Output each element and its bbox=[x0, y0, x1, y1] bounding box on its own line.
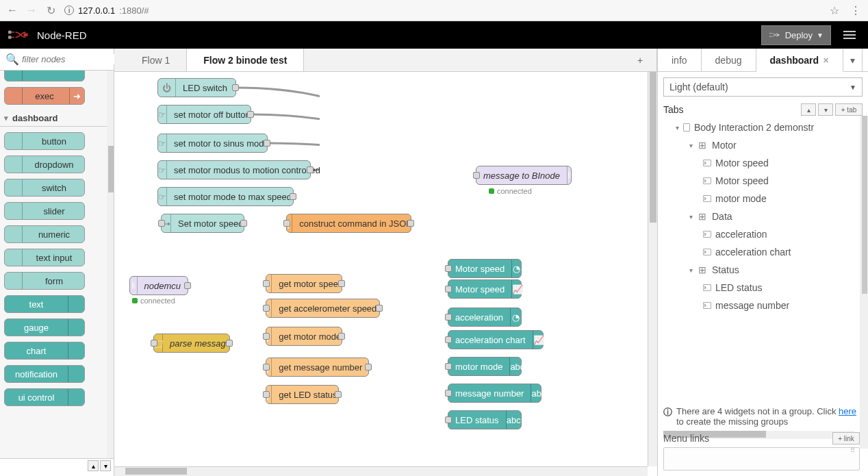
palette-node-slider[interactable]: slider bbox=[4, 202, 85, 220]
add-link-button[interactable]: + link bbox=[832, 432, 860, 444]
theme-select[interactable]: Light (default)▼ bbox=[663, 77, 863, 97]
deploy-button[interactable]: Deploy ▼ bbox=[761, 25, 831, 45]
canvas-vscroll[interactable] bbox=[648, 72, 657, 466]
svg-rect-3 bbox=[776, 34, 779, 36]
info-icon[interactable]: i bbox=[64, 5, 74, 15]
node-out-motorspeed2[interactable]: Motor speed📈 bbox=[448, 279, 522, 299]
tree-group-data[interactable]: ▾⊞Data bbox=[666, 208, 863, 225]
tree-widget[interactable]: message number bbox=[666, 297, 863, 314]
tree-widget[interactable]: Motor speed bbox=[666, 172, 863, 190]
node-message-binode[interactable]: message to BInode⦀ bbox=[476, 166, 572, 185]
node-parse-message[interactable]: ⬚parse message bbox=[153, 334, 230, 353]
tree-widget[interactable]: acceleration chart bbox=[666, 243, 863, 261]
collapse-all-button[interactable]: ▾ bbox=[818, 103, 833, 116]
tab-dashboard[interactable]: dashboard✕ bbox=[756, 49, 844, 72]
node-get-led[interactable]: ƒget LED status bbox=[266, 385, 339, 404]
node-type-icon bbox=[68, 296, 84, 312]
node-nodemcu[interactable]: ⦀nodemcu bbox=[129, 276, 188, 295]
node-get-speed[interactable]: ƒget motor speed bbox=[266, 274, 342, 293]
node-out-motorspeed1[interactable]: Motor speed◔ bbox=[448, 259, 522, 278]
palette-node-ui-control[interactable]: ui control bbox=[4, 388, 85, 406]
node-status-binode: connected bbox=[489, 187, 532, 195]
palette-node-text[interactable]: text bbox=[4, 295, 85, 313]
node-motor-off[interactable]: ☞set motor off button bbox=[157, 105, 251, 124]
switch-icon: ⏻ bbox=[158, 79, 176, 97]
search-icon: 🔍 bbox=[5, 53, 19, 66]
text-icon: abc bbox=[509, 358, 524, 375]
grid-icon: ⊞ bbox=[697, 211, 708, 222]
node-out-accelchart[interactable]: acceleration chart📈 bbox=[448, 330, 544, 349]
browser-toolbar: ← → ↻ i 127.0.0.1:1880/# ☆ ⋮ bbox=[0, 0, 868, 21]
palette-node-text-input[interactable]: text input bbox=[4, 249, 85, 266]
tab-flow1[interactable]: Flow 1 bbox=[125, 49, 187, 71]
palette-node-chart[interactable]: chart bbox=[4, 342, 85, 360]
expand-all-button[interactable]: ▴ bbox=[801, 103, 816, 116]
star-icon[interactable]: ☆ bbox=[830, 4, 839, 17]
tree-widget[interactable]: motor mode bbox=[666, 190, 863, 208]
node-get-accel[interactable]: ƒget accelerometer speed bbox=[266, 299, 380, 318]
palette-node-numeric[interactable]: numeric bbox=[4, 225, 85, 243]
widget-icon bbox=[703, 177, 711, 184]
node-set-speed[interactable]: ⊶Set motor speed bbox=[161, 214, 244, 233]
kebab-icon[interactable]: ⋮ bbox=[850, 4, 861, 17]
node-out-mode[interactable]: motor modeabc bbox=[448, 357, 522, 376]
node-get-mode[interactable]: ƒget motor mode bbox=[266, 327, 342, 346]
tab-debug[interactable]: debug bbox=[702, 49, 756, 71]
palette-footer: ▴ ▾ bbox=[0, 458, 114, 476]
resize-grip-icon[interactable]: ⠿ bbox=[850, 447, 856, 454]
node-construct-json[interactable]: ƒconstruct command in JSON bbox=[286, 214, 411, 233]
node-type-icon bbox=[68, 389, 84, 405]
palette-category-dashboard[interactable]: dashboard bbox=[0, 110, 114, 127]
forward-icon[interactable]: → bbox=[26, 5, 37, 16]
tree-widget[interactable]: acceleration bbox=[666, 225, 863, 243]
tree-widget[interactable]: Motor speed bbox=[666, 154, 863, 172]
palette-node-switch[interactable]: switch bbox=[4, 179, 85, 197]
canvas-hscroll[interactable] bbox=[114, 466, 648, 476]
palette-node-button[interactable]: button bbox=[4, 132, 85, 150]
tab-info[interactable]: info bbox=[658, 49, 702, 71]
mqtt-icon: ⦀ bbox=[130, 277, 138, 295]
grid-icon: ⊞ bbox=[697, 140, 708, 151]
tab-flow2[interactable]: Flow 2 binode test bbox=[187, 49, 304, 71]
flow-canvas[interactable]: ⏻LED switch ☞set motor off button ☞set m… bbox=[114, 72, 657, 476]
palette-scrollbar[interactable] bbox=[107, 71, 114, 458]
node-out-led[interactable]: LED statusabc bbox=[448, 410, 522, 429]
node-motor-max[interactable]: ☞set motor mode to max speed bbox=[157, 187, 294, 206]
tree-widget[interactable]: LED status bbox=[666, 279, 863, 297]
palette-node-notification[interactable]: notification bbox=[4, 365, 85, 383]
menu-links-editor[interactable]: ⠿ bbox=[663, 447, 860, 471]
hamburger-icon[interactable] bbox=[839, 31, 860, 39]
palette-node-form[interactable]: form bbox=[4, 272, 85, 290]
back-icon[interactable]: ← bbox=[7, 5, 18, 16]
palette-node-partial[interactable] bbox=[4, 71, 85, 82]
sidebar-vscroll[interactable] bbox=[860, 116, 868, 449]
create-groups-link[interactable]: here bbox=[839, 406, 856, 416]
reload-icon[interactable]: ↻ bbox=[45, 5, 56, 16]
chart-icon: 📈 bbox=[511, 280, 523, 298]
text-icon: abc bbox=[531, 384, 546, 402]
widgets-alert: ⓘ There are 4 widgets not in a group. Cl… bbox=[663, 406, 860, 427]
node-motor-sinus[interactable]: ☞set motor to sinus mode bbox=[157, 134, 268, 153]
palette-node-dropdown[interactable]: dropdown bbox=[4, 155, 85, 173]
menu-links-heading: Menu links bbox=[663, 433, 709, 444]
add-tab-button[interactable]: + bbox=[624, 49, 657, 71]
close-icon[interactable]: ✕ bbox=[823, 56, 829, 65]
tree-group-status[interactable]: ▾⊞Status bbox=[666, 261, 863, 279]
palette-down-button[interactable]: ▾ bbox=[100, 460, 111, 471]
node-out-msgnum[interactable]: message numberabc bbox=[448, 384, 541, 403]
node-get-msgnum[interactable]: ƒget message number bbox=[266, 358, 369, 377]
tree-group-motor[interactable]: ▾⊞Motor bbox=[666, 136, 863, 154]
tree-tab[interactable]: ▾Body Interaction 2 demonstr bbox=[666, 118, 863, 136]
add-tab-button[interactable]: + tab bbox=[835, 103, 863, 116]
sidebar-menu-button[interactable]: ▾ bbox=[843, 49, 863, 71]
palette-node-gauge[interactable]: gauge bbox=[4, 318, 85, 336]
node-led-switch[interactable]: ⏻LED switch bbox=[157, 78, 236, 97]
palette-up-button[interactable]: ▴ bbox=[88, 460, 99, 471]
svg-rect-2 bbox=[24, 34, 28, 37]
address-bar[interactable]: i 127.0.0.1:1880/# bbox=[64, 5, 821, 16]
node-type-icon bbox=[68, 319, 84, 336]
node-out-accel[interactable]: acceleration◔ bbox=[448, 308, 522, 327]
palette-node-exec[interactable]: exec➜ bbox=[4, 87, 85, 105]
node-motor-motion[interactable]: ☞set motor modus to motion controlled bbox=[157, 160, 311, 179]
url-host: 127.0.0.1 bbox=[78, 5, 115, 16]
